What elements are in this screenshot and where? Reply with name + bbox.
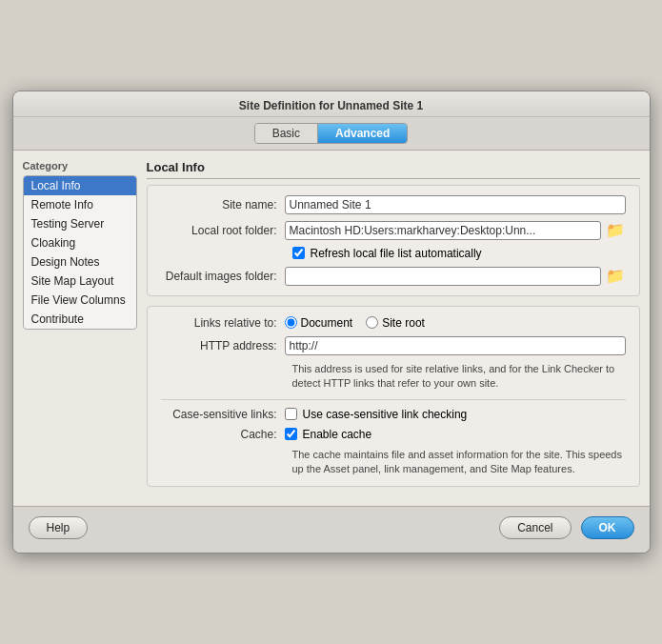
help-button[interactable]: Help <box>29 516 89 539</box>
tab-basic[interactable]: Basic <box>255 124 318 143</box>
sidebar-item-contribute[interactable]: Contribute <box>24 310 136 329</box>
sidebar: Category Local Info Remote Info Testing … <box>23 160 137 497</box>
links-relative-row: Links relative to: Document Site root <box>161 316 626 330</box>
sidebar-item-design-notes[interactable]: Design Notes <box>24 252 136 272</box>
default-images-label: Default images folder: <box>161 270 285 283</box>
links-relative-label: Links relative to: <box>161 316 285 330</box>
local-root-folder-button[interactable]: 📁 <box>605 221 626 240</box>
case-sensitive-checkbox-group: Use case-sensitive link checking <box>285 408 468 421</box>
local-root-input[interactable] <box>285 221 601 240</box>
case-sensitive-label: Case-sensitive links: <box>161 408 285 421</box>
dialog-title: Site Definition for Unnamed Site 1 <box>239 99 423 112</box>
local-root-label: Local root folder: <box>161 224 285 237</box>
sidebar-item-file-view-columns[interactable]: File View Columns <box>24 291 136 310</box>
sidebar-item-cloaking[interactable]: Cloaking <box>24 233 136 252</box>
main-content: Category Local Info Remote Info Testing … <box>13 151 650 507</box>
radio-document[interactable]: Document <box>285 316 353 330</box>
refresh-row: Refresh local file list automatically <box>292 247 626 260</box>
ok-button[interactable]: OK <box>581 516 634 539</box>
tab-group: Basic Advanced <box>254 123 409 144</box>
tab-advanced[interactable]: Advanced <box>318 124 407 143</box>
radio-site-root-label: Site root <box>382 316 425 330</box>
content-area: Local Info Site name: Local root folder:… <box>147 160 640 497</box>
sidebar-item-remote-info[interactable]: Remote Info <box>24 195 136 214</box>
local-root-row: Local root folder: 📁 <box>161 221 626 240</box>
case-sensitive-checkbox-label[interactable]: Use case-sensitive link checking <box>303 408 468 421</box>
http-row: HTTP address: <box>161 336 626 355</box>
site-name-input[interactable] <box>285 195 626 214</box>
cache-checkbox-group: Enable cache <box>285 428 372 441</box>
refresh-checkbox[interactable] <box>292 247 305 259</box>
radio-document-label: Document <box>301 316 353 330</box>
sidebar-item-local-info[interactable]: Local Info <box>24 176 136 195</box>
cancel-button[interactable]: Cancel <box>499 516 571 539</box>
sidebar-label: Category <box>23 160 137 171</box>
dialog: Site Definition for Unnamed Site 1 Basic… <box>12 91 651 554</box>
footer: Help Cancel OK <box>13 506 650 553</box>
default-images-folder-button[interactable]: 📁 <box>605 267 626 286</box>
site-name-row: Site name: <box>161 195 626 214</box>
section-title: Local Info <box>147 160 640 179</box>
radio-site-root-input[interactable] <box>366 316 378 329</box>
default-images-input-group: 📁 <box>285 267 626 286</box>
radio-site-root[interactable]: Site root <box>366 316 425 330</box>
tab-bar: Basic Advanced <box>13 117 650 151</box>
default-images-input[interactable] <box>285 267 601 286</box>
site-name-label: Site name: <box>161 198 285 211</box>
default-images-row: Default images folder: 📁 <box>161 267 626 286</box>
http-input[interactable] <box>285 336 626 355</box>
title-bar: Site Definition for Unnamed Site 1 <box>13 91 650 117</box>
sidebar-list: Local Info Remote Info Testing Server Cl… <box>23 175 137 330</box>
cache-checkbox[interactable] <box>285 428 297 440</box>
refresh-label[interactable]: Refresh local file list automatically <box>311 247 482 260</box>
links-radio-group: Document Site root <box>285 316 425 330</box>
http-label: HTTP address: <box>161 339 285 352</box>
radio-document-input[interactable] <box>285 316 297 329</box>
sidebar-item-site-map-layout[interactable]: Site Map Layout <box>24 272 136 291</box>
cache-row: Cache: Enable cache <box>161 428 626 441</box>
sidebar-item-testing-server[interactable]: Testing Server <box>24 214 136 233</box>
site-info-section: Site name: Local root folder: 📁 Refresh … <box>147 185 640 296</box>
cache-helper-text: The cache maintains file and asset infor… <box>292 448 626 477</box>
footer-right: Cancel OK <box>499 516 633 539</box>
case-sensitive-checkbox[interactable] <box>285 408 297 420</box>
local-root-input-group: 📁 <box>285 221 626 240</box>
http-helper-text: This address is used for site relative l… <box>292 362 626 392</box>
cache-checkbox-label[interactable]: Enable cache <box>303 428 372 441</box>
cache-label: Cache: <box>161 428 285 441</box>
link-info-section: Links relative to: Document Site root <box>147 306 640 488</box>
case-sensitive-row: Case-sensitive links: Use case-sensitive… <box>161 408 626 421</box>
separator-1 <box>161 399 626 400</box>
